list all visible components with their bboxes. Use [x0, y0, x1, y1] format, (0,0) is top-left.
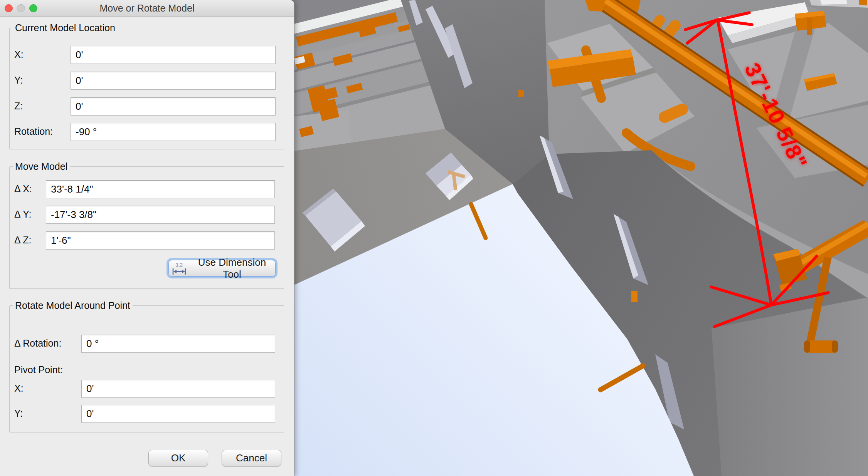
use-dimension-tool-label: Use Dimension Tool: [191, 256, 273, 280]
label-delta-z: Δ Z:: [14, 235, 31, 246]
use-dimension-tool-button[interactable]: 1.2 Use Dimension Tool: [168, 260, 276, 277]
input-delta-z[interactable]: [46, 231, 275, 250]
dialog-title: Move or Rotate Model: [0, 0, 294, 17]
cancel-button-label: Cancel: [236, 452, 267, 464]
input-current-z[interactable]: [71, 97, 276, 116]
input-delta-rotation[interactable]: [81, 335, 275, 353]
ok-button-label: OK: [171, 452, 186, 464]
facade-right-face: [712, 297, 868, 476]
input-current-x[interactable]: [71, 46, 276, 64]
dialog-titlebar[interactable]: Move or Rotate Model: [0, 0, 294, 17]
label-delta-x: Δ X:: [14, 183, 32, 194]
input-pivot-x[interactable]: [81, 380, 275, 398]
group-move-model: Move Model Δ X: Δ Y: Δ Z: 1.2 Use Dimens…: [9, 166, 284, 289]
ok-button[interactable]: OK: [148, 450, 208, 466]
label-y: Y:: [14, 75, 23, 86]
label-rotation: Rotation:: [14, 126, 53, 137]
input-delta-x[interactable]: [46, 180, 275, 198]
app-screen: { "dialog": { "title": "Move or Rotate M…: [0, 0, 868, 476]
group-legend: Current Model Location: [13, 22, 118, 34]
move-rotate-dialog: Move or Rotate Model Current Model Locat…: [0, 0, 294, 476]
dimension-icon-text: 1.2: [176, 262, 183, 268]
label-pivot-x: X:: [14, 383, 24, 394]
input-pivot-y[interactable]: [81, 405, 275, 423]
dimension-tool-icon: 1.2: [171, 261, 187, 275]
label-delta-y: Δ Y:: [14, 209, 32, 220]
group-legend: Rotate Model Around Point: [13, 300, 133, 311]
label-x: X:: [14, 49, 24, 60]
model-3d-viewport[interactable]: 37'-10 5/8" 37'-10 5/8": [294, 0, 868, 476]
group-rotate-model: Rotate Model Around Point Δ Rotation: Pi…: [9, 305, 284, 432]
label-z: Z:: [14, 101, 23, 112]
orange-nub: [631, 291, 638, 302]
label-pivot-point: Pivot Point:: [14, 364, 63, 375]
group-legend: Move Model: [13, 161, 70, 172]
label-pivot-y: Y:: [14, 408, 23, 419]
group-current-model-location: Current Model Location X: Y: Z: Rotation…: [9, 28, 284, 149]
model-scene: 37'-10 5/8" 37'-10 5/8": [294, 0, 868, 476]
input-current-rotation[interactable]: [71, 123, 276, 141]
label-delta-rotation: Δ Rotation:: [14, 338, 61, 349]
cancel-button[interactable]: Cancel: [222, 450, 281, 466]
input-delta-y[interactable]: [46, 206, 275, 224]
pipe-stub: [664, 109, 682, 117]
input-current-y[interactable]: [71, 72, 276, 90]
